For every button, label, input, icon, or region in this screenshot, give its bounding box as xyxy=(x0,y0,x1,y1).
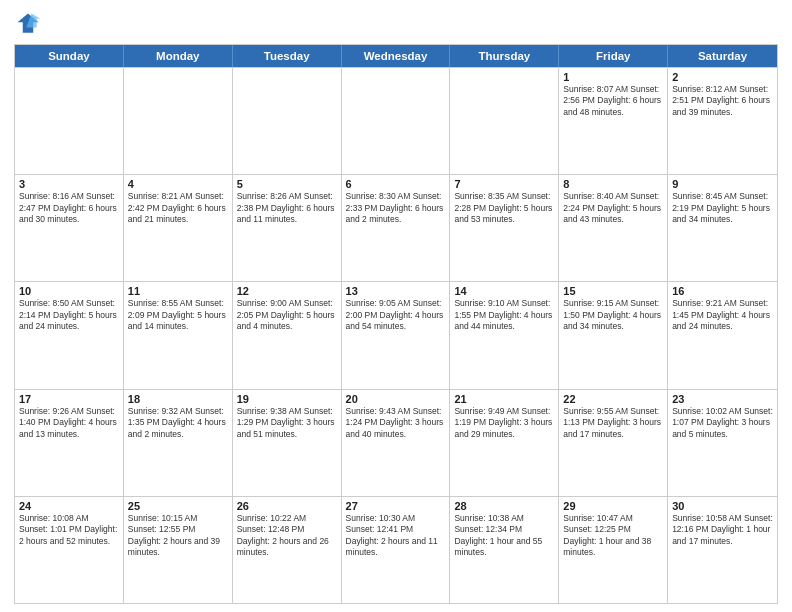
day-cell-9: 9Sunrise: 8:45 AM Sunset: 2:19 PM Daylig… xyxy=(668,175,777,281)
day-number: 6 xyxy=(346,178,446,190)
day-info: Sunrise: 8:45 AM Sunset: 2:19 PM Dayligh… xyxy=(672,191,773,225)
day-number: 24 xyxy=(19,500,119,512)
day-number: 9 xyxy=(672,178,773,190)
day-number: 29 xyxy=(563,500,663,512)
day-info: Sunrise: 10:38 AM Sunset: 12:34 PM Dayli… xyxy=(454,513,554,559)
day-info: Sunrise: 10:47 AM Sunset: 12:25 PM Dayli… xyxy=(563,513,663,559)
week-row-3: 17Sunrise: 9:26 AM Sunset: 1:40 PM Dayli… xyxy=(15,389,777,496)
day-number: 17 xyxy=(19,393,119,405)
day-info: Sunrise: 8:40 AM Sunset: 2:24 PM Dayligh… xyxy=(563,191,663,225)
day-info: Sunrise: 9:21 AM Sunset: 1:45 PM Dayligh… xyxy=(672,298,773,332)
day-info: Sunrise: 8:30 AM Sunset: 2:33 PM Dayligh… xyxy=(346,191,446,225)
day-cell-1: 1Sunrise: 8:07 AM Sunset: 2:56 PM Daylig… xyxy=(559,68,668,174)
day-cell-23: 23Sunrise: 10:02 AM Sunset: 1:07 PM Dayl… xyxy=(668,390,777,496)
day-info: Sunrise: 9:26 AM Sunset: 1:40 PM Dayligh… xyxy=(19,406,119,440)
day-number: 28 xyxy=(454,500,554,512)
day-info: Sunrise: 10:02 AM Sunset: 1:07 PM Daylig… xyxy=(672,406,773,440)
day-cell-15: 15Sunrise: 9:15 AM Sunset: 1:50 PM Dayli… xyxy=(559,282,668,388)
day-number: 30 xyxy=(672,500,773,512)
day-info: Sunrise: 10:22 AM Sunset: 12:48 PM Dayli… xyxy=(237,513,337,559)
day-number: 25 xyxy=(128,500,228,512)
page: SundayMondayTuesdayWednesdayThursdayFrid… xyxy=(0,0,792,612)
day-number: 7 xyxy=(454,178,554,190)
day-number: 12 xyxy=(237,285,337,297)
day-cell-17: 17Sunrise: 9:26 AM Sunset: 1:40 PM Dayli… xyxy=(15,390,124,496)
logo xyxy=(14,10,46,38)
day-info: Sunrise: 9:49 AM Sunset: 1:19 PM Dayligh… xyxy=(454,406,554,440)
day-number: 11 xyxy=(128,285,228,297)
day-cell-26: 26Sunrise: 10:22 AM Sunset: 12:48 PM Day… xyxy=(233,497,342,603)
calendar-body: 1Sunrise: 8:07 AM Sunset: 2:56 PM Daylig… xyxy=(15,67,777,603)
day-info: Sunrise: 10:58 AM Sunset: 12:16 PM Dayli… xyxy=(672,513,773,547)
header-day-saturday: Saturday xyxy=(668,45,777,67)
header-day-thursday: Thursday xyxy=(450,45,559,67)
day-info: Sunrise: 8:35 AM Sunset: 2:28 PM Dayligh… xyxy=(454,191,554,225)
header-day-tuesday: Tuesday xyxy=(233,45,342,67)
day-number: 13 xyxy=(346,285,446,297)
day-number: 20 xyxy=(346,393,446,405)
day-number: 1 xyxy=(563,71,663,83)
day-cell-14: 14Sunrise: 9:10 AM Sunset: 1:55 PM Dayli… xyxy=(450,282,559,388)
day-cell-11: 11Sunrise: 8:55 AM Sunset: 2:09 PM Dayli… xyxy=(124,282,233,388)
day-info: Sunrise: 9:05 AM Sunset: 2:00 PM Dayligh… xyxy=(346,298,446,332)
day-info: Sunrise: 9:00 AM Sunset: 2:05 PM Dayligh… xyxy=(237,298,337,332)
calendar: SundayMondayTuesdayWednesdayThursdayFrid… xyxy=(14,44,778,604)
day-cell-3: 3Sunrise: 8:16 AM Sunset: 2:47 PM Daylig… xyxy=(15,175,124,281)
day-info: Sunrise: 9:43 AM Sunset: 1:24 PM Dayligh… xyxy=(346,406,446,440)
week-row-1: 3Sunrise: 8:16 AM Sunset: 2:47 PM Daylig… xyxy=(15,174,777,281)
day-info: Sunrise: 8:21 AM Sunset: 2:42 PM Dayligh… xyxy=(128,191,228,225)
day-info: Sunrise: 8:16 AM Sunset: 2:47 PM Dayligh… xyxy=(19,191,119,225)
day-number: 19 xyxy=(237,393,337,405)
day-info: Sunrise: 10:15 AM Sunset: 12:55 PM Dayli… xyxy=(128,513,228,559)
empty-cell xyxy=(124,68,233,174)
day-number: 16 xyxy=(672,285,773,297)
day-cell-22: 22Sunrise: 9:55 AM Sunset: 1:13 PM Dayli… xyxy=(559,390,668,496)
day-cell-16: 16Sunrise: 9:21 AM Sunset: 1:45 PM Dayli… xyxy=(668,282,777,388)
day-number: 27 xyxy=(346,500,446,512)
header-day-friday: Friday xyxy=(559,45,668,67)
day-info: Sunrise: 8:07 AM Sunset: 2:56 PM Dayligh… xyxy=(563,84,663,118)
day-number: 5 xyxy=(237,178,337,190)
day-cell-10: 10Sunrise: 8:50 AM Sunset: 2:14 PM Dayli… xyxy=(15,282,124,388)
day-info: Sunrise: 9:10 AM Sunset: 1:55 PM Dayligh… xyxy=(454,298,554,332)
day-cell-27: 27Sunrise: 10:30 AM Sunset: 12:41 PM Day… xyxy=(342,497,451,603)
day-info: Sunrise: 9:15 AM Sunset: 1:50 PM Dayligh… xyxy=(563,298,663,332)
calendar-header: SundayMondayTuesdayWednesdayThursdayFrid… xyxy=(15,45,777,67)
day-info: Sunrise: 10:30 AM Sunset: 12:41 PM Dayli… xyxy=(346,513,446,559)
day-number: 18 xyxy=(128,393,228,405)
day-cell-25: 25Sunrise: 10:15 AM Sunset: 12:55 PM Day… xyxy=(124,497,233,603)
day-number: 15 xyxy=(563,285,663,297)
day-cell-30: 30Sunrise: 10:58 AM Sunset: 12:16 PM Day… xyxy=(668,497,777,603)
header-day-sunday: Sunday xyxy=(15,45,124,67)
day-number: 23 xyxy=(672,393,773,405)
header-day-monday: Monday xyxy=(124,45,233,67)
day-info: Sunrise: 9:32 AM Sunset: 1:35 PM Dayligh… xyxy=(128,406,228,440)
day-cell-24: 24Sunrise: 10:08 AM Sunset: 1:01 PM Dayl… xyxy=(15,497,124,603)
week-row-2: 10Sunrise: 8:50 AM Sunset: 2:14 PM Dayli… xyxy=(15,281,777,388)
day-cell-19: 19Sunrise: 9:38 AM Sunset: 1:29 PM Dayli… xyxy=(233,390,342,496)
week-row-0: 1Sunrise: 8:07 AM Sunset: 2:56 PM Daylig… xyxy=(15,67,777,174)
day-cell-6: 6Sunrise: 8:30 AM Sunset: 2:33 PM Daylig… xyxy=(342,175,451,281)
day-number: 21 xyxy=(454,393,554,405)
header-day-wednesday: Wednesday xyxy=(342,45,451,67)
day-cell-28: 28Sunrise: 10:38 AM Sunset: 12:34 PM Day… xyxy=(450,497,559,603)
day-info: Sunrise: 10:08 AM Sunset: 1:01 PM Daylig… xyxy=(19,513,119,547)
day-cell-4: 4Sunrise: 8:21 AM Sunset: 2:42 PM Daylig… xyxy=(124,175,233,281)
day-cell-21: 21Sunrise: 9:49 AM Sunset: 1:19 PM Dayli… xyxy=(450,390,559,496)
day-cell-7: 7Sunrise: 8:35 AM Sunset: 2:28 PM Daylig… xyxy=(450,175,559,281)
day-number: 22 xyxy=(563,393,663,405)
day-cell-13: 13Sunrise: 9:05 AM Sunset: 2:00 PM Dayli… xyxy=(342,282,451,388)
day-cell-20: 20Sunrise: 9:43 AM Sunset: 1:24 PM Dayli… xyxy=(342,390,451,496)
empty-cell xyxy=(342,68,451,174)
day-info: Sunrise: 9:55 AM Sunset: 1:13 PM Dayligh… xyxy=(563,406,663,440)
day-cell-12: 12Sunrise: 9:00 AM Sunset: 2:05 PM Dayli… xyxy=(233,282,342,388)
day-info: Sunrise: 8:12 AM Sunset: 2:51 PM Dayligh… xyxy=(672,84,773,118)
day-number: 4 xyxy=(128,178,228,190)
empty-cell xyxy=(15,68,124,174)
logo-icon xyxy=(14,10,42,38)
header xyxy=(14,10,778,38)
day-number: 26 xyxy=(237,500,337,512)
day-info: Sunrise: 8:26 AM Sunset: 2:38 PM Dayligh… xyxy=(237,191,337,225)
week-row-4: 24Sunrise: 10:08 AM Sunset: 1:01 PM Dayl… xyxy=(15,496,777,603)
day-cell-2: 2Sunrise: 8:12 AM Sunset: 2:51 PM Daylig… xyxy=(668,68,777,174)
